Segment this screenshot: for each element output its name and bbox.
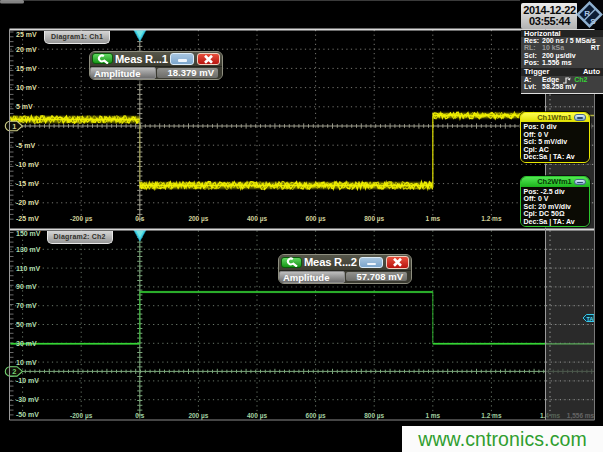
svg-text:800 µs: 800 µs: [364, 215, 384, 223]
svg-text:50 mV: 50 mV: [16, 321, 37, 328]
svg-text:-10 mV: -10 mV: [16, 161, 39, 168]
svg-text:90 mV: 90 mV: [16, 283, 37, 290]
svg-text:-30 mV: -30 mV: [16, 396, 39, 403]
svg-text:1 ms: 1 ms: [425, 412, 440, 419]
svg-text:10 mV: 10 mV: [16, 359, 37, 366]
svg-text:-20 mV: -20 mV: [16, 199, 39, 206]
svg-text:25 mV: 25 mV: [16, 31, 37, 38]
svg-text:2: 2: [12, 367, 16, 376]
svg-text:15 mV: 15 mV: [16, 65, 37, 72]
svg-text:1 ms: 1 ms: [425, 215, 440, 222]
svg-text:600 µs: 600 µs: [306, 412, 326, 420]
svg-text:130 mV: 130 mV: [16, 246, 41, 253]
svg-text:110 mV: 110 mV: [16, 265, 40, 272]
svg-text:-15 mV: -15 mV: [16, 180, 39, 187]
svg-text:30 mV: 30 mV: [16, 340, 37, 347]
svg-text:150 mV: 150 mV: [16, 230, 41, 237]
svg-text:10 mV: 10 mV: [16, 84, 37, 91]
svg-text:TA: TA: [587, 316, 594, 322]
svg-text:-5 mV: -5 mV: [16, 142, 35, 149]
svg-text:S: S: [590, 17, 596, 26]
svg-text:-200 µs: -200 µs: [70, 215, 93, 223]
svg-text:800 µs: 800 µs: [364, 412, 384, 420]
svg-text:400 µs: 400 µs: [247, 412, 267, 420]
svg-text:400 µs: 400 µs: [247, 215, 267, 223]
svg-text:-10 mV: -10 mV: [16, 377, 39, 384]
svg-text:0 s: 0 s: [135, 215, 144, 222]
svg-text:-25 mV: -25 mV: [16, 215, 39, 222]
svg-text:20 mV: 20 mV: [16, 46, 37, 53]
svg-text:-200 µs: -200 µs: [70, 412, 93, 420]
svg-text:200 µs: 200 µs: [188, 412, 208, 420]
svg-text:1.2 ms: 1.2 ms: [481, 412, 502, 419]
svg-text:600 µs: 600 µs: [306, 215, 326, 223]
svg-text:-50 mV: -50 mV: [16, 411, 39, 418]
svg-text:0 s: 0 s: [135, 412, 144, 419]
svg-text:5 mV: 5 mV: [16, 103, 33, 110]
svg-text:70 mV: 70 mV: [16, 302, 37, 309]
svg-text:200 µs: 200 µs: [188, 215, 208, 223]
svg-text:1.2 ms: 1.2 ms: [481, 215, 502, 222]
svg-text:1: 1: [12, 122, 16, 131]
